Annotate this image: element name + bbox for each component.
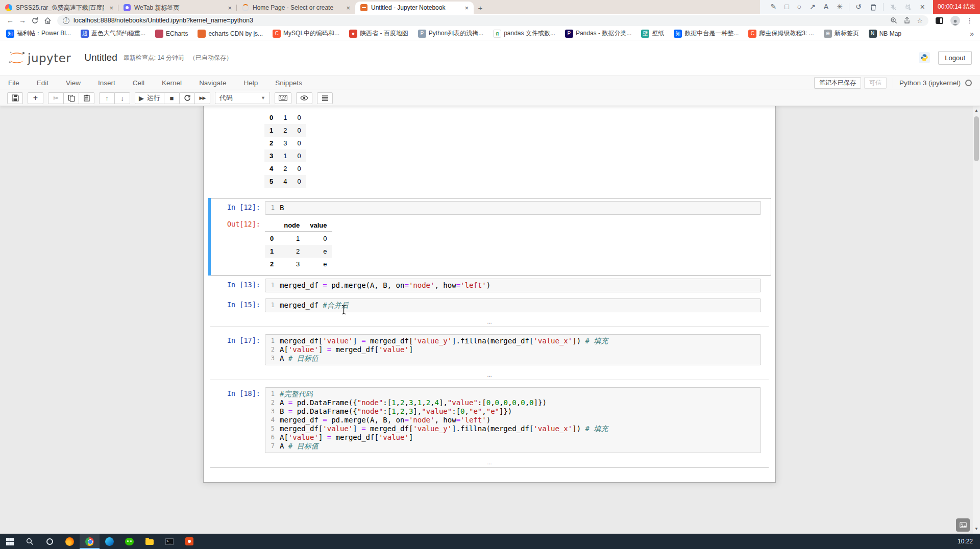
code-cell[interactable]: In [17]:1merged_df['value'] = merged_df[… <box>208 331 771 368</box>
python-extension-icon[interactable] <box>919 52 930 63</box>
menu-item-navigate[interactable]: Navigate <box>199 79 235 87</box>
scroll-up-arrow[interactable]: ▲ <box>973 107 980 114</box>
add-cell-button[interactable]: + <box>28 92 43 104</box>
code-input-area[interactable]: 1#完整代码2A = pd.DataFrame({"node":[1,2,3,1… <box>265 387 761 453</box>
undo-icon[interactable]: ↺ <box>855 0 862 14</box>
page-scrollbar[interactable]: ▲ ▼ <box>973 106 980 534</box>
table-of-contents-button[interactable] <box>317 92 333 104</box>
bookmark-item[interactable]: PPandas - 数据分类... <box>565 29 631 38</box>
bookmark-item[interactable]: ⊕新标签页 <box>824 29 859 38</box>
address-bar[interactable]: i localhost:8888/notebooks/Untitled.ipyn… <box>57 15 928 26</box>
start-button[interactable] <box>0 534 20 549</box>
screenshot-tool-button[interactable] <box>956 518 970 532</box>
browser-tab[interactable]: Untitled - Jupyter Notebook× <box>355 2 474 14</box>
restart-run-all-button[interactable]: ▶▶ <box>194 92 210 104</box>
notebook-title[interactable]: Untitled <box>84 52 117 63</box>
keyboard-shortcuts-button[interactable] <box>275 92 291 104</box>
taskbar-terminal-button[interactable]: >_ <box>159 534 179 549</box>
tab-close-icon[interactable]: × <box>108 4 115 12</box>
notebook-scroll-area[interactable]: 010120230310420540In [12]:1BOut[12]:node… <box>0 106 980 534</box>
bookmark-item[interactable]: 壁壁纸 <box>641 29 664 38</box>
scroll-down-arrow[interactable]: ▼ <box>973 526 980 533</box>
menu-item-cell[interactable]: Cell <box>133 79 153 87</box>
bookmark-item[interactable]: C爬虫保姆级教程3: ... <box>748 29 814 38</box>
bookmark-item[interactable]: PPython列表的浅拷... <box>418 29 483 38</box>
cortana-button[interactable] <box>40 534 60 549</box>
site-info-icon[interactable]: i <box>63 17 69 24</box>
menu-item-help[interactable]: Help <box>243 79 266 87</box>
taskbar-chrome-button[interactable] <box>80 534 100 549</box>
close-recorder-icon[interactable]: × <box>920 0 925 14</box>
menu-item-view[interactable]: View <box>66 79 89 87</box>
bookmark-item[interactable]: 知数据中台是一种整... <box>674 29 739 38</box>
url-text[interactable]: localhost:8888/notebooks/Untitled.ipynb?… <box>74 17 884 24</box>
notebook-saved-badge[interactable]: 笔记本已保存 <box>814 77 861 89</box>
marker-tool-icon[interactable]: ✳ <box>837 0 843 14</box>
menu-item-insert[interactable]: Insert <box>98 79 124 87</box>
collapsed-output[interactable]: ... <box>210 461 769 468</box>
trash-icon[interactable] <box>870 4 877 11</box>
tab-close-icon[interactable]: × <box>345 4 352 12</box>
taskbar-firefox-button[interactable] <box>60 534 80 549</box>
copy-cell-button[interactable] <box>63 92 79 104</box>
bookmark-item[interactable]: 超蓝色大气简约稳重... <box>81 29 145 38</box>
recording-timer-badge[interactable]: 00:00:14 结束 <box>933 0 980 14</box>
code-input-area[interactable]: 1merged_df #合并后 <box>265 298 761 312</box>
bookmark-item[interactable]: NNB Map <box>869 30 901 38</box>
new-tab-button[interactable]: + <box>474 2 487 14</box>
reload-icon[interactable] <box>31 17 39 24</box>
browser-tab[interactable]: Home Page - Select or create× <box>237 2 355 14</box>
menu-item-kernel[interactable]: Kernel <box>162 79 190 87</box>
arrow-tool-icon[interactable]: ↗ <box>810 0 816 14</box>
bookmark-star-icon[interactable]: ☆ <box>917 17 923 24</box>
bookmarks-overflow-icon[interactable]: » <box>970 30 974 38</box>
save-button[interactable] <box>7 92 23 104</box>
stop-button[interactable]: ■ <box>164 92 180 104</box>
restart-kernel-button[interactable] <box>179 92 195 104</box>
pencil-icon[interactable]: ✎ <box>770 0 776 14</box>
menu-item-snippets[interactable]: Snippets <box>275 79 311 87</box>
profile-avatar[interactable] <box>950 16 960 26</box>
zoom-icon[interactable] <box>890 17 897 24</box>
taskbar-search-button[interactable] <box>20 534 40 549</box>
code-input-area[interactable]: 1merged_df['value'] = merged_df['value_y… <box>265 334 761 365</box>
speaker-muted-icon[interactable] <box>905 4 912 11</box>
bookmark-item[interactable]: ECharts <box>155 30 188 38</box>
code-input-area[interactable]: 1merged_df = pd.merge(A, B, on='node', h… <box>265 279 761 292</box>
scrollbar-thumb[interactable] <box>974 116 979 161</box>
hide-input-button[interactable] <box>296 92 312 104</box>
tab-close-icon[interactable]: × <box>226 4 233 12</box>
bookmark-item[interactable]: ●陕西省 - 百度地图 <box>349 29 408 38</box>
paste-cell-button[interactable] <box>79 92 94 104</box>
logout-button[interactable]: Logout <box>938 51 972 65</box>
bookmark-item[interactable]: gpandas 文件或数... <box>493 29 555 38</box>
run-button[interactable]: ▶运行 <box>135 92 164 104</box>
move-cell-down-button[interactable]: ↓ <box>114 92 130 104</box>
taskbar-media-button[interactable] <box>179 534 199 549</box>
home-icon[interactable] <box>44 17 52 24</box>
code-cell[interactable]: In [12]:1BOut[12]:nodevalue01012e23e <box>208 198 771 276</box>
trusted-badge[interactable]: 可信 <box>864 77 887 89</box>
taskbar-wechat-button[interactable] <box>119 534 139 549</box>
taskbar-explorer-button[interactable] <box>139 534 159 549</box>
cut-cell-button[interactable]: ✂ <box>48 92 64 104</box>
browser-tab[interactable]: WeTab 新标签页× <box>118 2 237 14</box>
ellipse-tool-icon[interactable]: ○ <box>797 0 801 14</box>
browser-tab[interactable]: SPSS25.rar_免费高速下载|百度网盘× <box>0 2 118 14</box>
rectangle-tool-icon[interactable]: □ <box>785 0 789 14</box>
forward-icon[interactable]: → <box>16 16 29 24</box>
menu-item-edit[interactable]: Edit <box>37 79 57 87</box>
code-cell[interactable]: In [15]:1merged_df #合并后 <box>208 295 771 315</box>
collapsed-output[interactable]: ... <box>210 373 769 380</box>
back-icon[interactable]: ← <box>4 16 16 24</box>
code-cell[interactable]: In [13]:1merged_df = pd.merge(A, B, on='… <box>208 276 771 295</box>
collapsed-output[interactable]: ... <box>210 320 769 327</box>
taskbar-edge-button[interactable] <box>100 534 119 549</box>
menu-item-file[interactable]: File <box>8 79 28 87</box>
jupyter-logo[interactable]: jupyter <box>8 51 71 65</box>
browser-menu-icon[interactable]: ⋮ <box>966 17 973 24</box>
cell-type-select[interactable]: 代码 ▼ <box>215 92 270 104</box>
tab-close-icon[interactable]: × <box>463 4 470 12</box>
text-tool-icon[interactable]: A <box>824 0 828 14</box>
move-cell-up-button[interactable]: ↑ <box>99 92 115 104</box>
